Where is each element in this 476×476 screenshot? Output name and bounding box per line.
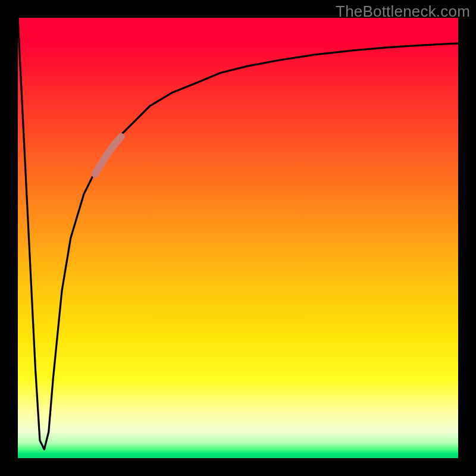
chart-frame: TheBottleneck.com bbox=[0, 0, 476, 476]
highlight-segment bbox=[95, 137, 121, 174]
plot-area bbox=[18, 18, 458, 458]
watermark-text: TheBottleneck.com bbox=[336, 2, 470, 21]
bottleneck-curve bbox=[18, 18, 458, 449]
curve-layer bbox=[18, 18, 458, 458]
